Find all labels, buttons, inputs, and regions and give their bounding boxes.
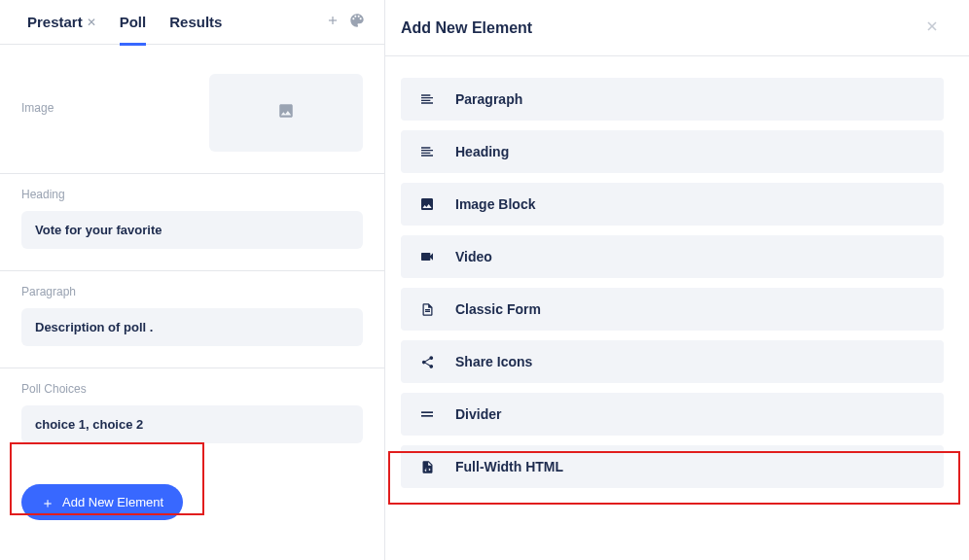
element-item-label: Classic Form [455, 301, 541, 317]
element-item-label: Heading [455, 144, 509, 159]
close-icon[interactable] [924, 18, 940, 38]
tab-label: Results [169, 14, 222, 30]
add-tab-icon[interactable] [326, 14, 340, 31]
field-label: Poll Choices [21, 382, 363, 396]
tab-results[interactable]: Results [162, 0, 230, 45]
section-heading[interactable]: Heading Vote for your favorite [0, 174, 384, 271]
image-block-icon [418, 195, 436, 213]
element-item-label: Image Block [455, 196, 535, 212]
element-item-label: Video [455, 249, 492, 264]
add-element-container: ＋ Add New Element [0, 465, 384, 540]
field-label: Paragraph [21, 285, 363, 298]
element-item-label: Share Icons [455, 354, 532, 369]
tab-label: Prestart [27, 14, 83, 30]
panel-title: Add New Element [401, 19, 532, 37]
palette-icon[interactable] [349, 13, 365, 32]
plus-icon: ＋ [41, 496, 54, 509]
paragraph-icon [418, 90, 436, 108]
share-icon [418, 353, 436, 370]
right-panel-header: Add New Element [385, 0, 969, 56]
element-item-classic-form[interactable]: Classic Form [401, 288, 944, 331]
svg-rect-5 [421, 415, 433, 417]
form-icon [418, 300, 436, 318]
element-item-label: Full-Width HTML [455, 459, 563, 474]
section-image[interactable]: Image [0, 45, 384, 174]
tab-label: Poll [120, 14, 147, 30]
element-item-label: Paragraph [455, 91, 522, 107]
element-item-video[interactable]: Video [401, 235, 944, 278]
element-item-paragraph[interactable]: Paragraph [401, 78, 944, 121]
tabs-actions [326, 13, 365, 32]
add-new-element-button[interactable]: ＋ Add New Element [21, 484, 183, 520]
heading-value[interactable]: Vote for your favorite [21, 211, 363, 249]
element-item-divider[interactable]: Divider [401, 393, 944, 436]
divider-icon [418, 405, 436, 423]
close-icon[interactable]: ✕ [87, 16, 96, 29]
html-icon [418, 458, 436, 475]
element-item-image-block[interactable]: Image Block [401, 183, 944, 226]
image-placeholder[interactable] [209, 74, 363, 152]
video-icon [418, 248, 436, 265]
image-icon [277, 102, 295, 123]
section-paragraph[interactable]: Paragraph Description of poll . [0, 271, 384, 368]
element-item-heading[interactable]: Heading [401, 130, 944, 173]
section-choices[interactable]: Poll Choices choice 1, choice 2 [0, 368, 384, 465]
left-panel: Prestart ✕ Poll Results Image [0, 0, 385, 560]
field-label: Heading [21, 188, 363, 201]
tab-prestart[interactable]: Prestart ✕ [19, 0, 104, 45]
element-item-share-icons[interactable]: Share Icons [401, 340, 944, 383]
svg-rect-4 [421, 411, 433, 413]
paragraph-value[interactable]: Description of poll . [21, 308, 363, 346]
element-item-full-width-html[interactable]: Full-Width HTML [401, 445, 944, 488]
element-list: Paragraph Heading Image Block Video Clas [385, 56, 969, 509]
element-item-label: Divider [455, 406, 501, 422]
right-panel: Add New Element Paragraph Heading Image … [385, 0, 969, 560]
tab-poll[interactable]: Poll [112, 0, 155, 45]
field-label: Image [21, 101, 54, 115]
choices-value[interactable]: choice 1, choice 2 [21, 405, 363, 443]
add-button-label: Add New Element [62, 495, 163, 509]
heading-icon [418, 143, 436, 160]
tabs-bar: Prestart ✕ Poll Results [0, 0, 384, 45]
